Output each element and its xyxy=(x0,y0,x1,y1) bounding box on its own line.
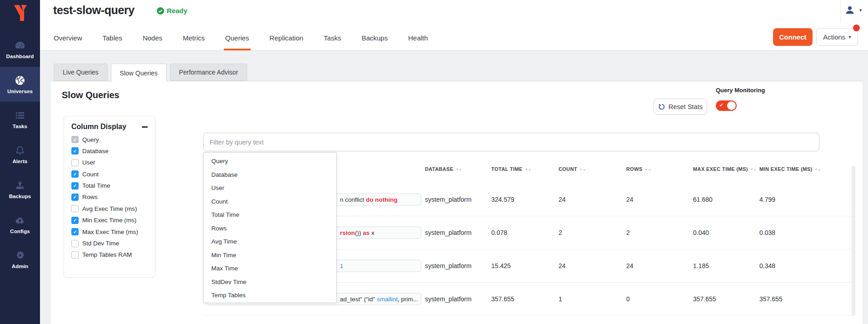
checkbox: ✓ xyxy=(71,194,79,201)
column-header-max-exec-time-ms[interactable]: MAX EXEC TIME (MS)▼▲ xyxy=(693,166,757,172)
reset-stats-label: Reset Stats xyxy=(668,103,703,110)
query-text: 1 xyxy=(340,263,344,269)
column-header-label: DATABASE xyxy=(425,166,454,172)
query-token: n conflict xyxy=(340,196,366,203)
dropdown-option-count[interactable]: Count xyxy=(204,195,336,209)
query-token: ()) xyxy=(355,229,363,236)
tab-overview[interactable]: Overview xyxy=(54,25,82,50)
column-suggest-dropdown: QueryDatabaseUserCountTotal TimeRowsAvg … xyxy=(203,152,337,303)
sidebar-item-label: Universes xyxy=(7,89,33,94)
sidebar-item-backups[interactable]: Backups xyxy=(0,172,40,207)
column-option-label: Query xyxy=(82,136,99,143)
column-option-count[interactable]: ✓Count xyxy=(71,170,148,178)
toggle-knob xyxy=(727,101,736,110)
min-exec-time-ms-cell: 0.038 xyxy=(759,229,775,236)
checkbox xyxy=(71,205,79,212)
universe-title: test-slow-query xyxy=(53,4,135,17)
status-label: Ready xyxy=(167,7,187,15)
max-exec-time-ms-cell: 0.040 xyxy=(693,229,709,236)
query-text: ad_test" ("id" smallint, prim... xyxy=(340,296,418,303)
column-option-label: Max Exec Time (ms) xyxy=(82,229,138,235)
dropdown-option-max-time[interactable]: Max Time xyxy=(204,262,336,275)
sidebar-item-label: Tasks xyxy=(13,124,27,129)
sidebar-item-universes[interactable]: Universes xyxy=(0,67,40,102)
column-option-label: Database xyxy=(82,148,109,155)
max-exec-time-ms-cell: 357.655 xyxy=(693,295,716,303)
collapse-minus-icon[interactable] xyxy=(142,126,148,128)
gauge-icon xyxy=(15,40,25,51)
query-monitoring-toggle[interactable]: ✓ xyxy=(716,100,737,111)
column-header-database[interactable]: DATABASE▼▲ xyxy=(425,166,463,172)
column-options-list: ✓Query✓DatabaseUser✓Count✓Total Time✓Row… xyxy=(64,135,155,259)
logo-y-icon xyxy=(12,4,28,22)
column-display-title: Column Display xyxy=(71,123,126,131)
subtab-slow-queries[interactable]: Slow Queries xyxy=(111,64,167,82)
sidebar-item-label: Alerts xyxy=(12,159,27,164)
tab-health[interactable]: Health xyxy=(408,25,428,50)
dropdown-option-total-time[interactable]: Total Time xyxy=(204,208,336,222)
sort-icons: ▼▲ xyxy=(645,168,652,171)
column-option-label: Count xyxy=(82,171,99,178)
subtab-live-queries[interactable]: Live Queries xyxy=(54,64,108,81)
reset-stats-button[interactable]: Reset Stats xyxy=(653,99,707,115)
connect-button[interactable]: Connect xyxy=(773,28,813,46)
universe-tab-bar: OverviewTablesNodesMetricsQueriesReplica… xyxy=(54,25,428,50)
query-filter-input[interactable] xyxy=(203,133,819,151)
query-token: 1 xyxy=(340,263,344,269)
sidebar-item-tasks[interactable]: Tasks xyxy=(0,102,40,137)
sidebar-item-label: Backups xyxy=(9,194,31,199)
tab-metrics[interactable]: Metrics xyxy=(183,25,205,50)
count-cell: 24 xyxy=(559,196,566,203)
database-cell: system_platform xyxy=(425,262,472,269)
column-header-rows[interactable]: ROWS▼▲ xyxy=(626,166,652,172)
sort-icons: ▼▲ xyxy=(456,168,463,171)
dropdown-option-temp-tables[interactable]: Temp Tables xyxy=(204,289,336,302)
dropdown-option-database[interactable]: Database xyxy=(204,168,336,182)
dropdown-option-avg-time[interactable]: Avg Time xyxy=(204,235,336,249)
column-option-temp-tables-ram[interactable]: Temp Tables RAM xyxy=(71,251,148,259)
column-option-avg-exec-time-ms[interactable]: Avg Exec Time (ms) xyxy=(71,205,148,212)
chevron-down-icon: ▾ xyxy=(859,7,862,13)
bell-icon xyxy=(15,145,25,156)
sidebar-item-dashboard[interactable]: Dashboard xyxy=(0,32,40,67)
dropdown-option-min-time[interactable]: Min Time xyxy=(204,249,336,262)
user-avatar[interactable]: ▾ xyxy=(844,4,862,16)
tab-tasks[interactable]: Tasks xyxy=(324,25,341,50)
column-option-max-exec-time-ms[interactable]: ✓Max Exec Time (ms) xyxy=(71,228,148,235)
count-cell: 24 xyxy=(559,262,566,269)
column-option-rows[interactable]: ✓Rows xyxy=(71,194,148,201)
sidebar-item-configs[interactable]: Configs xyxy=(0,207,40,242)
column-header-label: COUNT xyxy=(559,166,577,172)
dropdown-option-stddev-time[interactable]: StdDev Time xyxy=(204,275,336,289)
tab-queries[interactable]: Queries xyxy=(225,25,249,50)
subtab-performance-advisor[interactable]: Performance Advisor xyxy=(170,64,247,81)
sidebar-item-alerts[interactable]: Alerts xyxy=(0,137,40,172)
column-option-std-dev-time[interactable]: Std Dev Time xyxy=(71,240,148,247)
yugabyte-logo[interactable] xyxy=(0,0,40,25)
column-header-min-exec-time-ms[interactable]: MIN EXEC TIME (MS)▼▲ xyxy=(759,166,821,172)
query-token: x xyxy=(369,229,374,236)
tab-nodes[interactable]: Nodes xyxy=(143,25,162,50)
min-exec-time-ms-cell: 0.348 xyxy=(759,262,775,269)
table-scrollbar[interactable] xyxy=(852,166,855,316)
dropdown-option-query[interactable]: Query xyxy=(204,155,336,168)
column-option-user[interactable]: User xyxy=(71,159,148,166)
tab-backups[interactable]: Backups xyxy=(362,25,388,50)
gear-icon xyxy=(15,250,25,261)
column-option-label: Avg Exec Time (ms) xyxy=(82,205,137,212)
checkbox: ✓ xyxy=(71,170,79,178)
tab-tables[interactable]: Tables xyxy=(103,25,122,50)
tab-replication[interactable]: Replication xyxy=(269,25,303,50)
column-header-total-time[interactable]: TOTAL TIME▼▲ xyxy=(491,166,532,172)
column-header-count[interactable]: COUNT▼▲ xyxy=(559,166,586,172)
sidebar-item-admin[interactable]: Admin xyxy=(0,242,40,277)
dropdown-option-user[interactable]: User xyxy=(204,181,336,195)
column-option-database[interactable]: ✓Database xyxy=(71,147,148,155)
column-option-min-exec-time-ms[interactable]: ✓Min Exec Time (ms) xyxy=(71,217,148,224)
column-option-total-time[interactable]: ✓Total Time xyxy=(71,182,148,189)
dropdown-option-rows[interactable]: Rows xyxy=(204,222,336,235)
top-header: test-slow-query Ready OverviewTablesNode… xyxy=(40,0,868,50)
query-text: n conflict do nothing xyxy=(340,196,398,203)
actions-button[interactable]: Actions ▾ xyxy=(816,28,858,46)
checkbox xyxy=(71,240,79,247)
